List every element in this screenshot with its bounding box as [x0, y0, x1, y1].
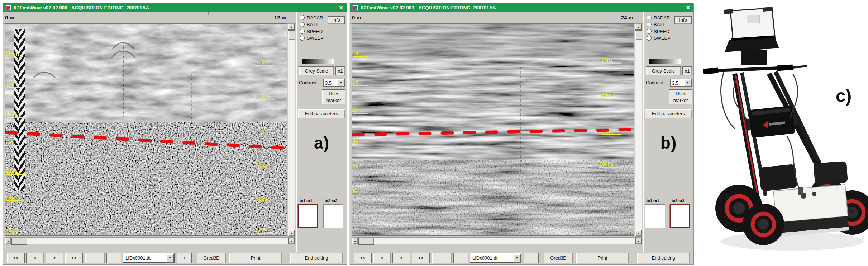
distance-ruler: 0 m 12 m: [3, 12, 296, 24]
radio-indicator[interactable]: [647, 29, 652, 34]
edit-parameters-button[interactable]: Edit parameters: [298, 109, 345, 118]
radio-label: SPEED: [654, 29, 669, 34]
chevron-down-icon[interactable]: ▼: [338, 80, 344, 87]
horizontal-scrollbar[interactable]: ◄ ►: [352, 237, 642, 244]
contrast-select[interactable]: 3.5 ▼: [323, 79, 345, 87]
radio-label: BATT: [307, 22, 318, 27]
chevron-down-icon[interactable]: ▼: [166, 254, 174, 263]
radio-speed[interactable]: SPEED: [647, 28, 669, 34]
edit-parameters-button[interactable]: Edit parameters: [645, 109, 692, 118]
k2fastwave-window-a: K2FastWave v02.02.000 - ACQUISITION EDIT…: [3, 3, 347, 265]
radio-indicator[interactable]: [300, 29, 305, 34]
vertical-scroll-thumb[interactable]: [288, 30, 295, 40]
ruler-start-label: 0 m: [5, 14, 14, 20]
zoom-x1-button[interactable]: x1: [682, 66, 692, 75]
laptop-lid-badge: [747, 15, 760, 23]
scroll-down-icon[interactable]: ▼: [635, 230, 642, 236]
vertical-scroll-thumb[interactable]: [635, 30, 642, 40]
vertical-scrollbar[interactable]: ▲ ▼: [288, 23, 295, 237]
radio-radar[interactable]: RADAR: [647, 15, 670, 20]
scroll-right-icon[interactable]: ►: [288, 238, 295, 244]
file-select[interactable]: LIDx0001.dt ▼: [470, 253, 521, 263]
radio-speed[interactable]: SPEED: [300, 28, 323, 34]
file-minus-button[interactable]: -: [453, 253, 468, 263]
radio-radar[interactable]: RADAR: [300, 15, 323, 20]
contrast-select[interactable]: 3.5 ▼: [670, 79, 692, 87]
go-previous-button[interactable]: <: [373, 253, 391, 263]
greyscale-gradient-bar: [302, 59, 334, 64]
print-button[interactable]: Print: [576, 253, 629, 263]
go-next-button[interactable]: >: [392, 253, 410, 263]
channel-2-box[interactable]: [323, 204, 343, 228]
depth-label: 3m: [353, 108, 368, 114]
horizontal-scroll-thumb[interactable]: [11, 238, 27, 245]
close-icon[interactable]: ✕: [338, 5, 344, 10]
go-next-button[interactable]: >: [46, 253, 63, 263]
ruler-end-label: 12 m: [251, 14, 286, 20]
scroll-down-icon[interactable]: ▼: [288, 230, 295, 236]
print-button[interactable]: Print: [229, 253, 282, 263]
radio-sweep[interactable]: SWEEP: [300, 35, 324, 41]
radio-label: SWEEP: [654, 36, 671, 41]
chevron-down-icon[interactable]: ▼: [513, 254, 521, 263]
radio-label: RADAR: [654, 15, 670, 20]
info-button[interactable]: Info: [674, 16, 692, 24]
channel-1-box[interactable]: [298, 204, 318, 228]
radio-sweep[interactable]: SWEEP: [647, 35, 671, 41]
radio-indicator[interactable]: [647, 36, 652, 41]
radio-label: BATT: [654, 22, 665, 27]
end-editing-button[interactable]: End editing: [637, 253, 690, 263]
scroll-left-icon[interactable]: ◄: [352, 238, 358, 244]
radio-indicator[interactable]: [300, 15, 305, 20]
radio-indicator[interactable]: [647, 22, 652, 27]
scroll-left-icon[interactable]: ◄: [5, 238, 11, 244]
horizontal-scroll-thumb[interactable]: [358, 238, 374, 245]
depth-label: 2m: [6, 140, 21, 146]
end-editing-button[interactable]: End editing: [290, 253, 343, 263]
bottom-toolbar: << < > >> - LIDx0001.dt ▼ + Gred3D Print…: [350, 252, 693, 264]
radio-batt[interactable]: BATT: [647, 22, 665, 27]
horizontal-scrollbar[interactable]: ◄ ►: [5, 237, 295, 244]
go-last-button[interactable]: >>: [65, 253, 83, 263]
radio-indicator[interactable]: [300, 22, 305, 27]
user-marker-button[interactable]: User marker: [669, 89, 692, 104]
title-bar[interactable]: K2FastWave v02.02.000 - ACQUISITION EDIT…: [350, 3, 693, 12]
scroll-up-icon[interactable]: ▲: [288, 24, 295, 30]
channel-2-box[interactable]: [670, 204, 690, 228]
radio-batt[interactable]: BATT: [300, 22, 318, 27]
channel-2-label: tx2 rx2: [325, 199, 337, 203]
file-plus-button[interactable]: +: [177, 253, 192, 263]
radargram-display-a[interactable]: 0.5m1m1.5m2m2.5m3m3.5m 10ns20ns30ns40ns5…: [5, 23, 287, 236]
vertical-scrollbar[interactable]: ▲ ▼: [635, 23, 642, 237]
depth-label: 3m: [6, 195, 21, 201]
scroll-right-icon[interactable]: ►: [635, 238, 642, 244]
go-first-button[interactable]: <<: [7, 253, 25, 263]
gred3d-button[interactable]: Gred3D: [197, 253, 226, 263]
control-panel: RADAR BATT SPEED SWEEP Info Grey Scale x…: [643, 12, 693, 252]
radio-indicator[interactable]: [647, 15, 652, 20]
go-first-button[interactable]: <<: [354, 253, 372, 263]
gred3d-button[interactable]: Gred3D: [544, 253, 573, 263]
time-label: 10ns: [256, 60, 275, 66]
app-icon: [5, 5, 11, 11]
radargram-display-b[interactable]: 1m2m3m4m5m6m 25ns50ns75ns100ns: [352, 23, 634, 236]
go-last-button[interactable]: >>: [412, 253, 430, 263]
info-button[interactable]: Info: [328, 16, 345, 24]
zoom-x1-button[interactable]: x1: [335, 66, 345, 75]
chevron-down-icon[interactable]: ▼: [685, 80, 691, 87]
handlebar: [703, 66, 807, 71]
user-marker-button[interactable]: User marker: [322, 89, 345, 104]
depth-label: 2m: [353, 80, 368, 86]
channel-1-box[interactable]: [645, 204, 665, 228]
title-bar[interactable]: K2FastWave v02.02.000 - ACQUISITION EDIT…: [3, 3, 347, 12]
go-previous-button[interactable]: <: [26, 253, 44, 263]
scroll-up-icon[interactable]: ▲: [635, 24, 642, 30]
file-plus-button[interactable]: +: [524, 253, 539, 263]
time-label: 20ns: [256, 94, 275, 100]
close-icon[interactable]: ✕: [685, 5, 691, 10]
grey-scale-button[interactable]: Grey Scale: [646, 66, 681, 75]
file-select[interactable]: LIDx0001.dt ▼: [123, 253, 175, 263]
file-minus-button[interactable]: -: [106, 253, 121, 263]
grey-scale-button[interactable]: Grey Scale: [299, 66, 334, 75]
radio-indicator[interactable]: [300, 36, 305, 41]
